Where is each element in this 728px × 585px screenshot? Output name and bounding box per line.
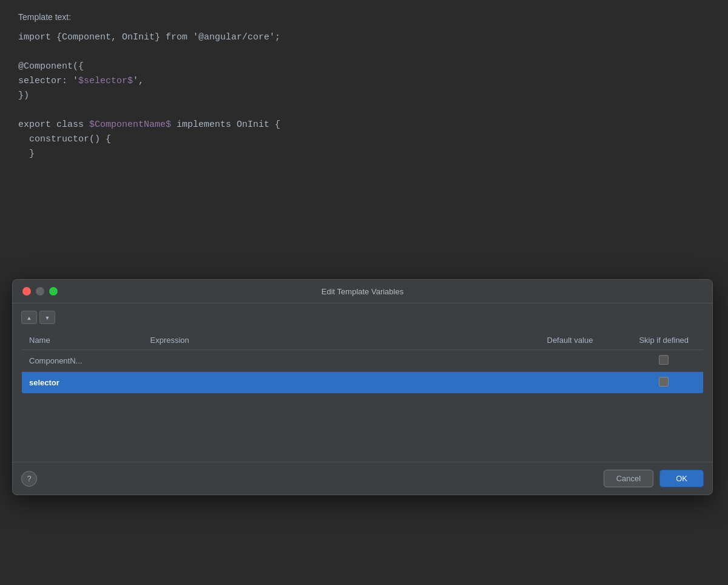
cancel-button[interactable]: Cancel	[604, 470, 653, 487]
edit-template-variables-dialog: Edit Template Variables Name Expression	[12, 279, 713, 495]
row2-name-text: selector	[29, 378, 59, 387]
code-line-component: @Component({	[18, 59, 710, 74]
arrow-down-icon	[45, 314, 50, 321]
move-up-button[interactable]	[21, 311, 37, 324]
from-keyword: from	[166, 32, 187, 42]
selector-variable: $selector$	[78, 76, 133, 86]
table-header-row: Name Expression Default value Skip if de…	[22, 331, 704, 350]
component-decorator: @Component({	[18, 61, 84, 72]
import-text: import {Component, OnInit}	[18, 32, 166, 42]
selector-close: ',	[133, 76, 144, 86]
checkbox-skip-row2[interactable]	[659, 377, 669, 387]
code-line-import: import {Component, OnInit} from '@angula…	[18, 30, 710, 45]
export-keyword: export class	[18, 120, 89, 130]
row1-skip[interactable]	[625, 350, 704, 372]
row2-expression[interactable]	[143, 372, 540, 394]
implements-text: implements OnInit {	[171, 120, 280, 130]
variables-table: Name Expression Default value Skip if de…	[21, 330, 704, 394]
code-line-blank1	[18, 45, 710, 59]
row2-name: selector	[22, 372, 143, 394]
dialog-body: Name Expression Default value Skip if de…	[13, 303, 712, 462]
code-line-selector: selector: '$selector$',	[18, 74, 710, 89]
constructor-text: constructor() {	[18, 134, 111, 144]
col-header-default: Default value	[540, 331, 625, 350]
row2-skip[interactable]	[625, 372, 704, 394]
dialog-titlebar: Edit Template Variables	[13, 280, 712, 303]
move-down-button[interactable]	[39, 311, 55, 324]
toolbar	[21, 311, 704, 324]
traffic-lights	[22, 287, 58, 296]
maximize-button[interactable]	[49, 287, 58, 296]
minimize-button[interactable]	[36, 287, 44, 296]
arrow-up-icon	[27, 314, 32, 321]
checkbox-skip-row1[interactable]	[659, 355, 669, 365]
code-line-constructor: constructor() {	[18, 132, 710, 147]
close-decorator: })	[18, 90, 29, 101]
import-path: '@angular/core';	[187, 32, 280, 42]
template-label: Template text:	[18, 12, 710, 22]
row1-name: ComponentN...	[22, 350, 143, 372]
componentname-variable: $ComponentName$	[89, 120, 171, 130]
help-button[interactable]: ?	[21, 471, 37, 487]
close-button[interactable]	[22, 287, 31, 296]
ok-button[interactable]: OK	[659, 470, 704, 487]
code-line-export: export class $ComponentName$ implements …	[18, 118, 710, 132]
row1-expression	[143, 350, 540, 372]
code-line-blank2	[18, 103, 710, 118]
empty-table-area	[21, 394, 704, 455]
code-line-closebrace: })	[18, 89, 710, 103]
inner-close-brace: }	[18, 149, 35, 159]
col-header-name: Name	[22, 331, 143, 350]
code-content: import {Component, OnInit} from '@angula…	[18, 30, 710, 161]
col-header-expression: Expression	[143, 331, 540, 350]
selector-key: selector: '	[18, 76, 78, 86]
row2-default[interactable]	[540, 372, 625, 394]
help-icon: ?	[27, 474, 31, 483]
code-line-innerbrace: }	[18, 147, 710, 161]
table-row[interactable]: selector	[22, 372, 704, 394]
code-editor: Template text: import {Component, OnInit…	[0, 0, 728, 282]
dialog-title: Edit Template Variables	[322, 287, 403, 296]
col-header-skip: Skip if defined	[625, 331, 704, 350]
row1-default	[540, 350, 625, 372]
table-row[interactable]: ComponentN...	[22, 350, 704, 372]
footer-buttons: Cancel OK	[604, 470, 704, 487]
dialog-footer: ? Cancel OK	[13, 462, 712, 495]
